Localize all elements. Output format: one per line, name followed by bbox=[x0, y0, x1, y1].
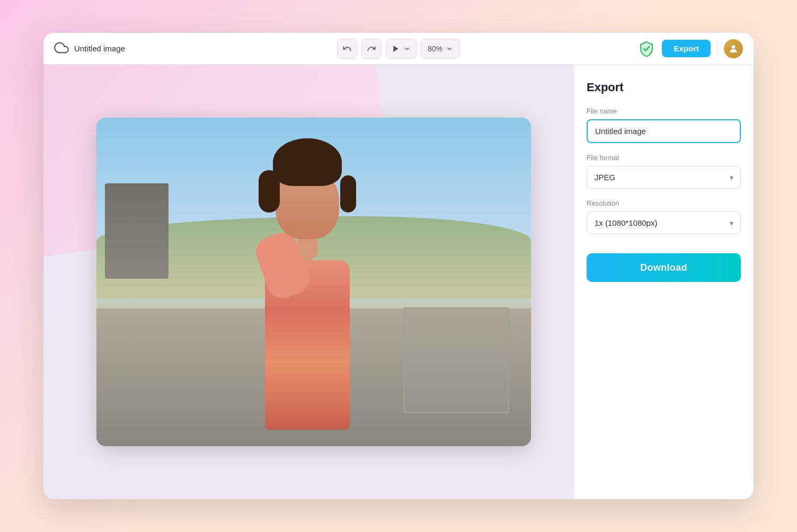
photo-content bbox=[96, 118, 531, 446]
top-bar-left: Untitled image bbox=[54, 40, 279, 57]
shield-icon-wrap[interactable] bbox=[637, 40, 656, 58]
canvas-area[interactable] bbox=[43, 65, 573, 499]
download-button[interactable]: Download bbox=[587, 253, 741, 282]
export-button[interactable]: Export bbox=[662, 40, 711, 57]
undo-button[interactable] bbox=[337, 39, 357, 59]
main-content: Export File name File format JPEG PNG We… bbox=[43, 65, 754, 499]
zoom-selector[interactable]: 80% bbox=[421, 39, 460, 59]
file-name-label: File name bbox=[587, 107, 741, 115]
doc-title: Untitled image bbox=[74, 44, 125, 53]
top-bar-right: Export bbox=[518, 39, 743, 58]
app-window: Untitled image 8 bbox=[43, 33, 754, 499]
cloud-icon bbox=[54, 40, 69, 57]
export-panel-title: Export bbox=[587, 81, 741, 94]
resolution-label: Resolution bbox=[587, 199, 741, 207]
toolbar-center: 80% bbox=[286, 39, 511, 59]
top-bar: Untitled image 8 bbox=[43, 33, 754, 65]
image-card bbox=[96, 118, 531, 446]
export-panel: Export File name File format JPEG PNG We… bbox=[573, 65, 754, 499]
zoom-value: 80% bbox=[428, 45, 442, 53]
file-format-label: File format bbox=[587, 154, 741, 162]
avatar[interactable] bbox=[724, 39, 743, 58]
toolbar-divider bbox=[717, 41, 718, 56]
redo-button[interactable] bbox=[361, 39, 382, 59]
svg-marker-0 bbox=[393, 46, 398, 52]
resolution-wrapper: 1x (1080*1080px) 2x (2160*2160px) 0.5x (… bbox=[587, 211, 741, 234]
resolution-select[interactable]: 1x (1080*1080px) 2x (2160*2160px) 0.5x (… bbox=[587, 211, 741, 234]
play-button[interactable] bbox=[386, 39, 417, 59]
file-format-select[interactable]: JPEG PNG WebP SVG PDF bbox=[587, 166, 741, 189]
svg-point-1 bbox=[732, 45, 736, 49]
download-button-wrap: Download bbox=[587, 245, 741, 282]
file-name-input[interactable] bbox=[587, 119, 741, 143]
file-format-wrapper: JPEG PNG WebP SVG PDF ▾ bbox=[587, 166, 741, 189]
